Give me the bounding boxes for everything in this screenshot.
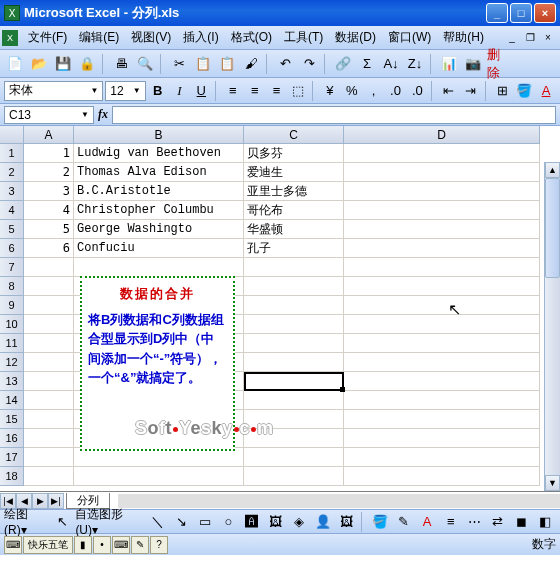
- preview-icon[interactable]: 🔍: [134, 53, 156, 75]
- row-header[interactable]: 7: [0, 258, 24, 277]
- cell[interactable]: 6: [24, 239, 74, 258]
- align-right-icon[interactable]: ≡: [267, 80, 287, 102]
- line-icon[interactable]: ＼: [147, 511, 169, 533]
- align-left-icon[interactable]: ≡: [223, 80, 243, 102]
- cell[interactable]: [24, 315, 74, 334]
- menu-tools[interactable]: 工具(T): [278, 27, 329, 48]
- scroll-up-icon[interactable]: ▲: [545, 162, 560, 178]
- ime-btn-3[interactable]: ⌨: [112, 536, 130, 554]
- row-header[interactable]: 14: [0, 391, 24, 410]
- cell[interactable]: [24, 372, 74, 391]
- ime-btn-4[interactable]: ✎: [131, 536, 149, 554]
- decrease-decimal-icon[interactable]: .0: [407, 80, 427, 102]
- ime-btn-2[interactable]: •: [93, 536, 111, 554]
- cell[interactable]: [244, 277, 344, 296]
- oval-icon[interactable]: ○: [218, 511, 240, 533]
- cell[interactable]: [344, 429, 540, 448]
- row-header[interactable]: 16: [0, 429, 24, 448]
- cell[interactable]: [24, 391, 74, 410]
- drawing-icon[interactable]: 📷: [462, 53, 484, 75]
- cell[interactable]: [244, 372, 344, 391]
- cell[interactable]: [344, 201, 540, 220]
- cell[interactable]: [344, 296, 540, 315]
- cell[interactable]: [344, 163, 540, 182]
- column-header[interactable]: D: [344, 126, 540, 144]
- row-header[interactable]: 1: [0, 144, 24, 163]
- cell[interactable]: [244, 410, 344, 429]
- ime-btn-1[interactable]: ▮: [74, 536, 92, 554]
- sort-asc-icon[interactable]: A↓: [380, 53, 402, 75]
- ime-btn-5[interactable]: ?: [150, 536, 168, 554]
- doc-minimize-button[interactable]: _: [504, 31, 520, 45]
- cell[interactable]: [244, 429, 344, 448]
- select-objects-icon[interactable]: ↖: [52, 511, 74, 533]
- column-header[interactable]: C: [244, 126, 344, 144]
- annotation-textbox[interactable]: 数据的合并 将B列数据和C列数据组合型显示到D列中（中间添加一个“-”符号），一…: [80, 276, 235, 451]
- sort-desc-icon[interactable]: Z↓: [404, 53, 426, 75]
- menu-format[interactable]: 格式(O): [225, 27, 278, 48]
- cell[interactable]: [244, 315, 344, 334]
- row-header[interactable]: 5: [0, 220, 24, 239]
- comma-icon[interactable]: ,: [364, 80, 384, 102]
- rectangle-icon[interactable]: ▭: [194, 511, 216, 533]
- font-size-combo[interactable]: 12 ▼: [105, 81, 145, 101]
- menu-view[interactable]: 视图(V): [125, 27, 177, 48]
- cell[interactable]: Ludwig van Beethoven: [74, 144, 244, 163]
- cell[interactable]: [244, 334, 344, 353]
- cell[interactable]: [24, 429, 74, 448]
- column-header[interactable]: A: [24, 126, 74, 144]
- row-header[interactable]: 15: [0, 410, 24, 429]
- close-button[interactable]: ×: [534, 3, 556, 23]
- arrow-icon[interactable]: ↘: [170, 511, 192, 533]
- increase-indent-icon[interactable]: ⇥: [461, 80, 481, 102]
- cell[interactable]: 4: [24, 201, 74, 220]
- cell[interactable]: [344, 372, 540, 391]
- row-header[interactable]: 13: [0, 372, 24, 391]
- align-center-icon[interactable]: ≡: [245, 80, 265, 102]
- row-header[interactable]: 17: [0, 448, 24, 467]
- cell[interactable]: 1: [24, 144, 74, 163]
- cell[interactable]: [244, 353, 344, 372]
- autoshapes-menu[interactable]: 自选图形(U)▾: [75, 506, 144, 537]
- diagram-icon[interactable]: ◈: [288, 511, 310, 533]
- textbox-icon[interactable]: 🅰: [241, 511, 263, 533]
- ime-keyboard-icon[interactable]: ⌨: [4, 536, 22, 554]
- formula-input[interactable]: [112, 106, 556, 124]
- column-header[interactable]: B: [74, 126, 244, 144]
- undo-icon[interactable]: ↶: [274, 53, 296, 75]
- shadow-icon[interactable]: ◼: [511, 511, 533, 533]
- cell[interactable]: 2: [24, 163, 74, 182]
- fill-color-draw-icon[interactable]: 🪣: [369, 511, 391, 533]
- font-name-combo[interactable]: 宋体 ▼: [4, 81, 103, 101]
- row-header[interactable]: 12: [0, 353, 24, 372]
- open-icon[interactable]: 📂: [28, 53, 50, 75]
- dash-style-icon[interactable]: ⋯: [464, 511, 486, 533]
- fill-color-icon[interactable]: 🪣: [514, 80, 534, 102]
- delete-icon[interactable]: 删除: [486, 53, 508, 75]
- cell[interactable]: B.C.Aristotle: [74, 182, 244, 201]
- menu-edit[interactable]: 编辑(E): [73, 27, 125, 48]
- cell[interactable]: 哥伦布: [244, 201, 344, 220]
- cell[interactable]: [24, 448, 74, 467]
- cell[interactable]: [344, 239, 540, 258]
- cell[interactable]: [24, 334, 74, 353]
- redo-icon[interactable]: ↷: [298, 53, 320, 75]
- cell[interactable]: 贝多芬: [244, 144, 344, 163]
- row-header[interactable]: 10: [0, 315, 24, 334]
- row-header[interactable]: 6: [0, 239, 24, 258]
- cell[interactable]: [344, 258, 540, 277]
- last-sheet-button[interactable]: ▶|: [48, 493, 64, 509]
- select-all-corner[interactable]: [0, 126, 24, 144]
- cell[interactable]: [344, 144, 540, 163]
- row-header[interactable]: 8: [0, 277, 24, 296]
- cell[interactable]: [74, 258, 244, 277]
- new-icon[interactable]: 📄: [4, 53, 26, 75]
- cell[interactable]: [244, 391, 344, 410]
- line-color-icon[interactable]: ✎: [393, 511, 415, 533]
- picture-icon[interactable]: 🖼: [336, 511, 358, 533]
- clipart-icon[interactable]: 👤: [312, 511, 334, 533]
- wordart-icon[interactable]: 🖼: [265, 511, 287, 533]
- cell[interactable]: [24, 353, 74, 372]
- cell[interactable]: 孔子: [244, 239, 344, 258]
- cut-icon[interactable]: ✂: [168, 53, 190, 75]
